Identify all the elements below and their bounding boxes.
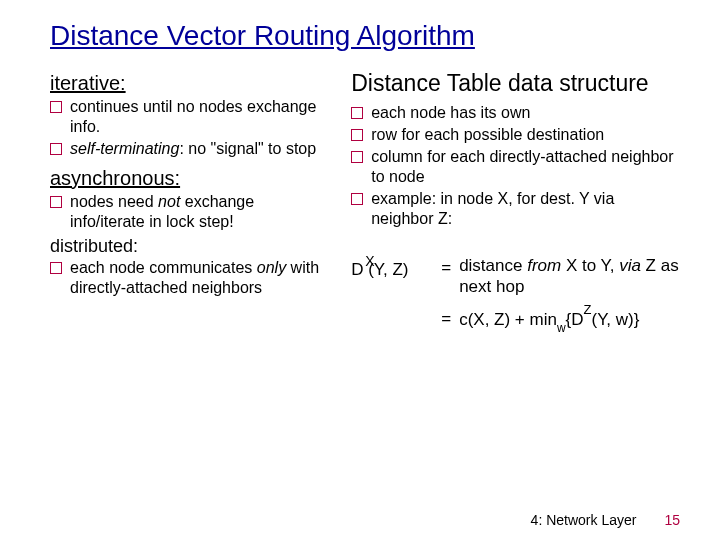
iterative-heading: iterative: [50, 72, 327, 95]
text: : no "signal" to stop [179, 140, 316, 157]
iterative-list: continues until no nodes exchange info. … [50, 97, 327, 159]
list-item: row for each possible destination [351, 125, 680, 145]
asynchronous-list: nodes need not exchange info/iterate in … [50, 192, 327, 232]
list-item: each node has its own [351, 103, 680, 123]
text: D (Y, Z) [351, 260, 408, 279]
emphasis: not [158, 193, 180, 210]
superscript: Z [584, 302, 592, 317]
formula-rhs-line2: = c(X, Z) + minw{DZ(Y, w)} [441, 306, 680, 333]
slide-footer: 4: Network Layer 15 [531, 512, 680, 528]
list-item: column for each directly-attached neighb… [351, 147, 680, 187]
emphasis: via [619, 256, 641, 275]
formula-rhs-line1: = distance from X to Y, via Z as next ho… [441, 255, 680, 298]
distance-table-list: each node has its own row for each possi… [351, 103, 680, 229]
emphasis: self-terminating [70, 140, 179, 157]
formula-block: X D (Y, Z) = distance from X to Y, via Z… [351, 255, 680, 333]
list-item: continues until no nodes exchange info. [50, 97, 327, 137]
right-column: Distance Table data structure each node … [351, 70, 680, 333]
slide-title: Distance Vector Routing Algorithm [50, 20, 680, 52]
list-item: example: in node X, for dest. Y via neig… [351, 189, 680, 229]
formula-rhs-stack: = distance from X to Y, via Z as next ho… [441, 255, 680, 333]
text: distance from X to Y, via Z as next hop [459, 255, 680, 298]
asynchronous-heading: asynchronous: [50, 167, 327, 190]
distance-table-heading: Distance Table data structure [351, 70, 680, 97]
list-item: nodes need not exchange info/iterate in … [50, 192, 327, 232]
formula-row: X D (Y, Z) = distance from X to Y, via Z… [351, 255, 680, 333]
list-item: each node communicates only with directl… [50, 258, 327, 298]
emphasis: from [527, 256, 561, 275]
equals-sign: = [441, 306, 451, 329]
subscript: w [557, 321, 566, 335]
distributed-list: each node communicates only with directl… [50, 258, 327, 298]
chapter-label: 4: Network Layer [531, 512, 637, 528]
equals-sign: = [441, 255, 451, 278]
left-column: iterative: continues until no nodes exch… [50, 70, 327, 333]
formula-lhs: X D (Y, Z) [351, 255, 431, 280]
text: nodes need [70, 193, 158, 210]
superscript: X [365, 253, 374, 271]
formula-expression: c(X, Z) + minw{DZ(Y, w)} [459, 306, 639, 333]
list-item: self-terminating: no "signal" to stop [50, 139, 327, 159]
page-number: 15 [664, 512, 680, 528]
two-column-layout: iterative: continues until no nodes exch… [50, 70, 680, 333]
distributed-heading: distributed: [50, 236, 327, 257]
emphasis: only [257, 259, 286, 276]
text: each node communicates [70, 259, 257, 276]
